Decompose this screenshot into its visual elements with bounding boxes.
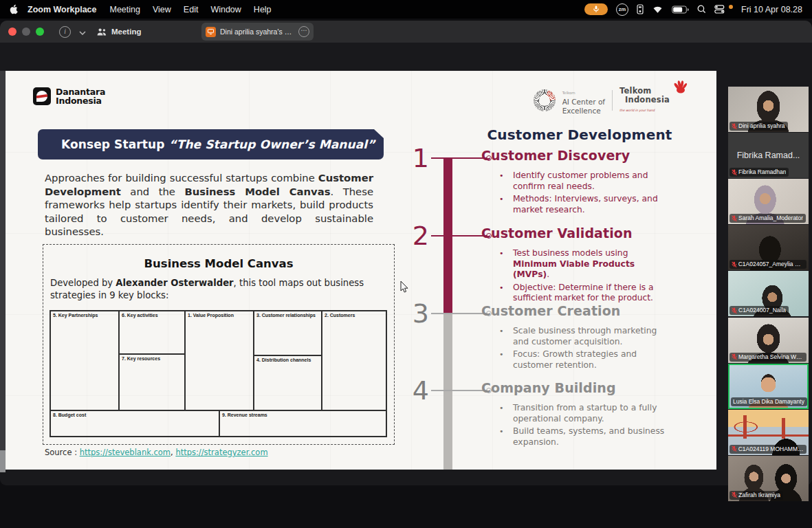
participant-tile-8[interactable]: C1A024119 MOHAMMA... — [728, 410, 809, 455]
section-heading-customer-creation: Customer Creation — [481, 303, 620, 318]
bmc-cell-revenue-streams: 9. Revenue streams — [219, 410, 386, 437]
participant-name-label: C1A024057_Ameylia Fa... — [729, 260, 806, 269]
people-icon — [97, 28, 107, 36]
bullet-text: Build teams, systems, and business expan… — [513, 426, 670, 448]
macos-menu-bar: Zoom Workplace Meeting View Edit Window … — [0, 0, 812, 19]
zoom-menubar-icon[interactable]: zm — [616, 3, 628, 16]
fullscreen-button[interactable] — [36, 28, 44, 36]
info-icon[interactable]: i — [59, 26, 71, 38]
danantara-logo: Danantara Indonesia — [33, 87, 105, 105]
menu-item-meeting[interactable]: Meeting — [103, 5, 146, 14]
participant-tile-6[interactable]: Margaretha Selvina W_... — [728, 318, 809, 363]
shared-slide: Danantara Indonesia Telkom AI Center of … — [6, 71, 716, 470]
danantara-logo-mark — [33, 87, 51, 105]
participant-name-label: Dini aprilia syahra — [729, 122, 788, 131]
muted-mic-icon — [732, 123, 737, 130]
meeting-tab-home[interactable]: Meeting — [97, 28, 141, 36]
menu-app-name[interactable]: Zoom Workplace — [21, 5, 103, 14]
participant-tile-4[interactable]: C1A024057_Ameylia Fa... — [728, 225, 809, 270]
bullet-text: Identify customer problems and confirm r… — [513, 170, 670, 192]
muted-mic-icon — [732, 261, 737, 268]
muted-mic-icon — [732, 446, 737, 452]
minimize-button[interactable] — [22, 28, 30, 36]
bullet-item: •Transition from a startup to a fully op… — [490, 403, 670, 424]
participant-tile-2[interactable]: Fibrika Ramad...Fibrika Ramadhan — [728, 133, 809, 178]
participant-tile-7[interactable]: Lusia Elsa Dika Damayanty — [728, 364, 809, 409]
menu-item-edit[interactable]: Edit — [177, 5, 205, 14]
bullet-dot: • — [490, 170, 513, 192]
bullet-item: •Build teams, systems, and business expa… — [490, 426, 670, 448]
device-status-icon[interactable] — [637, 4, 644, 14]
bullet-dot: • — [490, 403, 513, 424]
right-column-title: Customer Development — [480, 126, 679, 143]
telkom-hand-icon — [672, 80, 688, 95]
bullet-dot: • — [490, 349, 513, 371]
participant-name-label: Zafirah Ikramiya — [729, 491, 783, 500]
bmc-cell-customer-relationships: 3. Customer relationships — [254, 311, 322, 355]
participant-name: Margaretha Selvina W_... — [738, 353, 804, 361]
section-heading-company-building: Company Building — [481, 380, 616, 395]
menu-item-help[interactable]: Help — [248, 5, 278, 14]
spotlight-search-icon[interactable] — [697, 5, 706, 14]
bullet-text: Focus: Growth strategies and customer re… — [513, 349, 670, 371]
battery-icon[interactable] — [672, 6, 689, 14]
step-number-4: 4 — [404, 378, 429, 403]
bullet-item: •Focus: Growth strategies and customer r… — [490, 349, 670, 371]
bullet-item: •Test business models using Minimum Viab… — [490, 248, 670, 280]
apple-menu-icon[interactable] — [9, 4, 18, 14]
tab-options-icon[interactable]: ⋯ — [298, 26, 309, 37]
partner-logos: Telkom AI Center of Excellence Telkom In… — [534, 86, 688, 115]
participant-tile-5[interactable]: C1A024007_Naila — [728, 271, 809, 316]
participant-name: Lusia Elsa Dika Damayanty — [733, 398, 804, 406]
chevron-down-icon[interactable] — [79, 25, 86, 38]
menu-item-view[interactable]: View — [146, 5, 177, 14]
section-heading-customer-discovery: Customer Discovery — [481, 148, 630, 163]
slide-title-banner: Konsep Startup “The Startup Owner’s Manu… — [38, 129, 384, 160]
participant-name-label: Margaretha Selvina W_... — [729, 353, 806, 362]
bullet-dot: • — [490, 283, 513, 304]
muted-mic-icon — [732, 492, 737, 498]
bullet-dot: • — [490, 426, 513, 448]
bullet-item: •Methods: Interviews, surveys, and marke… — [490, 194, 670, 215]
participant-tile-3[interactable]: Sarah Amalia_Moderator — [728, 179, 809, 224]
section-bullets: •Identify customer problems and confirm … — [490, 170, 670, 217]
desktop: Zoom Workplace Meeting View Edit Window … — [0, 0, 812, 528]
business-model-canvas-box: Business Model Canvas Developed by Alexa… — [43, 244, 395, 445]
aicoe-logo-icon — [534, 89, 556, 111]
close-button[interactable] — [8, 28, 17, 36]
muted-mic-icon — [732, 169, 737, 176]
bmc-cell-customers: 2. Customers — [322, 311, 386, 410]
participant-tile-9[interactable]: Zafirah Ikramiya — [728, 456, 809, 501]
mic-in-use-indicator[interactable] — [584, 3, 608, 15]
section-heading-customer-validation: Customer Validation — [481, 226, 633, 241]
participant-name-label: C1A024119 MOHAMMA... — [729, 445, 806, 454]
shared-screen-tab-label: Dini aprilia syahra's screen — [220, 28, 294, 36]
bmc-cell-key-resources: 7. Key resources — [119, 354, 185, 410]
bmc-cell-key-partnerships: 5. Key Partnerships — [50, 311, 119, 410]
source-link-strategyzer[interactable]: https://strategyzer.com — [175, 448, 267, 457]
zoom-window: i Meeting Dini aprilia syahra's screen ⋯ — [0, 21, 812, 485]
shared-screen-tab[interactable]: Dini aprilia syahra's screen ⋯ — [201, 23, 314, 41]
step-connector-line — [431, 313, 487, 314]
participant-name: Fibrika Ramadhan — [738, 168, 786, 176]
participant-tile-1[interactable]: Dini aprilia syahra — [728, 87, 809, 132]
control-center-icon[interactable] — [714, 5, 725, 14]
wifi-icon[interactable] — [652, 6, 663, 14]
window-title-bar: i Meeting Dini aprilia syahra's screen ⋯ — [0, 21, 812, 43]
source-line: Source : https://steveblank.com, https:/… — [45, 448, 268, 457]
menu-item-window[interactable]: Window — [204, 5, 247, 14]
bullet-item: •Objective: Determine if there is a suff… — [490, 283, 670, 304]
menubar-clock[interactable]: Fri 10 Apr 08.28 — [741, 5, 802, 14]
bmc-cell-budget-cost: 8. Budget cost — [50, 410, 219, 437]
bmc-cell-key-activities: 6. Key activities — [119, 311, 185, 354]
muted-mic-icon — [732, 215, 737, 222]
muted-mic-icon — [732, 307, 737, 314]
participant-name: C1A024007_Naila — [738, 307, 786, 314]
participant-name: Sarah Amalia_Moderator — [738, 214, 803, 222]
mouse-cursor — [400, 280, 409, 296]
participant-name-label: Sarah Amalia_Moderator — [729, 214, 806, 223]
source-link-steveblank[interactable]: https://steveblank.com — [80, 448, 171, 457]
bullet-dot: • — [490, 326, 513, 347]
screen-share-icon — [206, 27, 216, 37]
participant-name-label: C1A024007_Naila — [729, 306, 789, 315]
